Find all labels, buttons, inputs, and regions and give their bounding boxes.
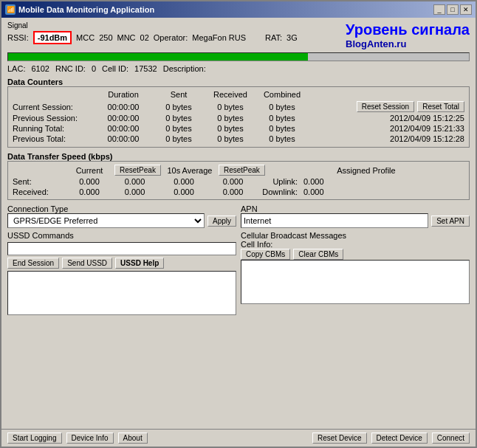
data-counters-header: Data Counters	[7, 77, 470, 86]
prev-session-duration: 00:00:00	[94, 114, 153, 123]
rssi-value: -91dBm	[33, 31, 72, 44]
current-session-actions: Reset Session Reset Total	[308, 101, 464, 112]
left-half: Connection Type GPRS/EDGE Preferred 3G P…	[7, 204, 236, 315]
sent-10s: 0.000	[158, 177, 210, 186]
end-session-button[interactable]: End Session	[7, 258, 59, 269]
speed-recv-row: Received: 0.000 0.000 0.000 0.000 Downli…	[13, 187, 464, 196]
running-received: 0 bytes	[205, 124, 256, 133]
device-info-button[interactable]: Device Info	[66, 433, 114, 444]
running-duration: 00:00:00	[94, 124, 153, 133]
app-icon: 📶	[5, 4, 16, 15]
reset-device-button[interactable]: Reset Device	[312, 433, 366, 444]
sent-label: Sent:	[13, 177, 64, 186]
prev-total-duration: 00:00:00	[94, 134, 153, 143]
apply-button[interactable]: Apply	[207, 216, 236, 227]
speed-header: Data Transfer Speed (kbps)	[7, 152, 470, 161]
table-row: Previous Session: 00:00:00 0 bytes 0 byt…	[13, 113, 464, 123]
mcc-label: MCC	[76, 33, 95, 42]
right-half: APN Set APN Cellular Broadcast Messages …	[241, 204, 470, 315]
connect-button[interactable]: Connect	[432, 433, 470, 444]
sent-avg2: 0.000	[213, 177, 253, 186]
speed-10s-header: 10s Average	[164, 166, 216, 175]
maximize-button[interactable]: □	[447, 4, 459, 15]
uplink-label: Uplink:	[256, 177, 301, 186]
signal-rssi-row: RSSI: -91dBm MCC 250 MNC 02 Operator: Me…	[7, 31, 298, 44]
reset-peak-button-1[interactable]: ResetPeak	[114, 165, 161, 176]
speed-header-row: Current ResetPeak 10s Average ResetPeak …	[13, 165, 464, 176]
prev-total-combined: 0 bytes	[256, 134, 308, 143]
rnc-value: 0	[92, 64, 96, 73]
recv-10s: 0.000	[158, 187, 210, 196]
downlink-label: Downlink:	[256, 187, 301, 196]
row-label-prev-session: Previous Session:	[13, 114, 94, 123]
reset-session-button[interactable]: Reset Session	[357, 101, 414, 112]
desc-label: Description:	[163, 64, 206, 73]
table-row: Running Total: 00:00:00 0 bytes 0 bytes …	[13, 123, 464, 134]
recv-avg2: 0.000	[213, 187, 253, 196]
speed-box: Current ResetPeak 10s Average ResetPeak …	[7, 161, 470, 200]
cell-value: 17532	[134, 64, 157, 73]
main-window: 📶 Mobile Data Monitoring Application _ □…	[0, 0, 477, 448]
prev-session-sent: 0 bytes	[153, 114, 205, 123]
connection-select-row: GPRS/EDGE Preferred 3G Preferred GPRS On…	[7, 213, 236, 228]
title-bar: 📶 Mobile Data Monitoring Application _ □…	[1, 1, 476, 18]
received-label: Received:	[13, 187, 64, 196]
start-logging-button[interactable]: Start Logging	[7, 433, 62, 444]
clear-cbms-button[interactable]: Clear CBMs	[293, 249, 343, 260]
ussd-input[interactable]	[7, 242, 236, 255]
signal-bar-fill	[8, 53, 308, 61]
bottom-bar-right: Reset Device Detect Device Connect	[312, 433, 470, 444]
connection-section: Connection Type GPRS/EDGE Preferred 3G P…	[7, 204, 236, 228]
mnc-label: MNC	[117, 33, 136, 42]
signal-left: Signal RSSI: -91dBm MCC 250 MNC 02 Opera…	[7, 21, 298, 44]
recv-current: 0.000	[67, 187, 111, 196]
counters-col-headers: Duration Sent Received Combined	[13, 90, 464, 100]
reset-peak-button-2[interactable]: ResetPeak	[219, 165, 265, 176]
col-duration-header: Duration	[94, 90, 153, 99]
table-row: Current Session: 00:00:00 0 bytes 0 byte…	[13, 100, 464, 113]
ussd-help-button[interactable]: USSD Help	[115, 258, 164, 269]
cbm-textarea[interactable]	[241, 260, 470, 304]
cbm-label: Cellular Broadcast Messages	[241, 231, 470, 240]
cbm-buttons-row: Copy CBMs Clear CBMs	[241, 249, 470, 260]
copy-cbms-button[interactable]: Copy CBMs	[241, 249, 290, 260]
operator-value: MegaFon RUS	[192, 33, 246, 42]
sent-current: 0.000	[67, 177, 111, 186]
ussd-label: USSD Commands	[7, 231, 236, 240]
close-button[interactable]: ✕	[460, 4, 472, 15]
ussd-textarea[interactable]	[7, 271, 236, 315]
ussd-section: USSD Commands End Session Send USSD USSD…	[7, 231, 236, 315]
current-sent: 0 bytes	[153, 103, 205, 111]
bottom-sections: Connection Type GPRS/EDGE Preferred 3G P…	[7, 204, 470, 315]
send-ussd-button[interactable]: Send USSD	[62, 258, 112, 269]
connection-type-select[interactable]: GPRS/EDGE Preferred 3G Preferred GPRS On…	[7, 213, 205, 228]
row-label-current: Current Session:	[13, 103, 94, 111]
detect-device-button[interactable]: Detect Device	[371, 433, 428, 444]
current-duration: 00:00:00	[94, 103, 153, 111]
col-sent-header: Sent	[153, 90, 205, 99]
sent-avg: 0.000	[114, 177, 155, 186]
prev-session-timestamp: 2012/04/09 15:12:25	[308, 114, 464, 123]
title-bar-controls: _ □ ✕	[433, 4, 472, 15]
signal-bar-container	[7, 52, 470, 61]
rssi-label: RSSI:	[7, 33, 29, 42]
apn-input[interactable]	[241, 213, 428, 228]
operator-label: Operator:	[154, 33, 188, 42]
prev-session-received: 0 bytes	[205, 114, 256, 123]
about-button[interactable]: About	[118, 433, 148, 444]
row-label-running: Running Total:	[13, 124, 94, 133]
set-apn-button[interactable]: Set APN	[431, 216, 470, 227]
minimize-button[interactable]: _	[433, 4, 445, 15]
signal-bar-row	[7, 52, 470, 61]
reset-total-button[interactable]: Reset Total	[417, 101, 464, 112]
prev-total-timestamp: 2012/04/09 15:12:28	[308, 134, 464, 143]
col-received-header: Received	[205, 90, 256, 99]
signal-label: Signal	[7, 21, 298, 30]
data-counters-box: Duration Sent Received Combined Current …	[7, 86, 470, 148]
speed-sent-row: Sent: 0.000 0.000 0.000 0.000 Uplink: 0.…	[13, 177, 464, 186]
signal-title: Уровень сигнала	[346, 21, 470, 38]
ussd-buttons-row: End Session Send USSD USSD Help	[7, 258, 236, 269]
cbm-section: Cellular Broadcast Messages Cell Info: C…	[241, 231, 470, 306]
current-received: 0 bytes	[205, 103, 256, 111]
apn-row: Set APN	[241, 213, 470, 228]
